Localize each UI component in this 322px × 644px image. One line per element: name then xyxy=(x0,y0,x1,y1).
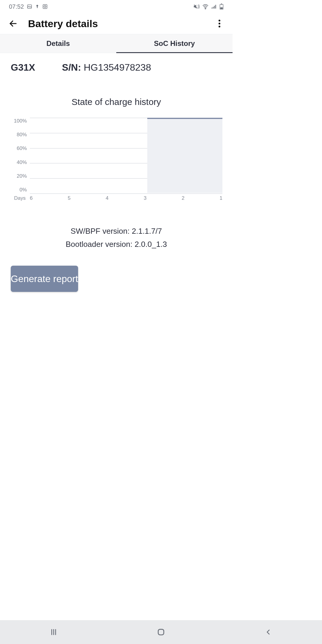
status-time: 07:52 xyxy=(9,3,24,10)
battery-icon xyxy=(219,4,224,10)
status-bar: 07:52 xyxy=(0,0,233,13)
sw-version-label: SW/BPF version: xyxy=(71,227,130,236)
version-info: SW/BPF version: 2.1.1.7/7 Bootloader ver… xyxy=(0,225,233,251)
back-button[interactable] xyxy=(7,18,19,30)
svg-rect-9 xyxy=(214,6,215,9)
more-options-button[interactable] xyxy=(213,18,225,30)
chart-section: State of charge history 100% 80% 60% 40%… xyxy=(0,73,233,204)
svg-point-6 xyxy=(205,8,206,9)
chart-plot-area[interactable] xyxy=(27,118,222,193)
x-tick: 6 xyxy=(30,195,32,201)
generate-report-button[interactable]: Generate report xyxy=(11,266,78,292)
bootloader-version-value: 2.0.0_1.3 xyxy=(134,240,167,249)
signal-icon xyxy=(211,4,217,9)
app-bar: Battery details xyxy=(0,13,233,34)
svg-rect-13 xyxy=(220,7,223,9)
device-serial: S/N: HG1354978238 xyxy=(62,62,151,73)
x-axis-row: Days 6 5 4 3 2 1 xyxy=(10,195,222,201)
x-tick: 4 xyxy=(106,195,109,201)
device-info: G31X S/N: HG1354978238 xyxy=(0,53,233,73)
tab-bar: Details SoC History xyxy=(0,34,233,53)
chart-area-fill xyxy=(147,118,222,193)
y-tick: 60% xyxy=(10,146,27,151)
device-model: G31X xyxy=(11,62,35,73)
svg-rect-12 xyxy=(221,4,222,4)
y-tick: 100% xyxy=(10,118,27,123)
serial-value: HG1354978238 xyxy=(84,62,151,73)
y-tick: 20% xyxy=(10,174,27,179)
lock-icon xyxy=(35,4,39,9)
tab-details-label: Details xyxy=(47,39,70,48)
y-tick: 40% xyxy=(10,160,27,165)
x-axis-ticks: 6 5 4 3 2 1 xyxy=(27,195,222,201)
x-tick: 1 xyxy=(219,195,222,201)
svg-rect-7 xyxy=(212,7,213,8)
page-title: Battery details xyxy=(28,18,205,30)
status-right xyxy=(193,4,224,10)
chart-title: State of charge history xyxy=(10,97,222,107)
more-vertical-icon xyxy=(218,19,221,28)
sw-version-value: 2.1.1.7/7 xyxy=(132,227,162,236)
svg-rect-2 xyxy=(37,6,38,8)
chart-gridline xyxy=(30,193,222,194)
bootloader-version-line: Bootloader version: 2.0.0_1.3 xyxy=(0,238,233,251)
bootloader-version-label: Bootloader version: xyxy=(66,240,132,249)
status-left: 07:52 xyxy=(9,3,48,10)
arrow-left-icon xyxy=(9,19,18,28)
svg-rect-10 xyxy=(215,5,216,9)
y-tick: 80% xyxy=(10,132,27,137)
x-tick: 3 xyxy=(144,195,146,201)
y-tick: 0% xyxy=(10,187,27,192)
chart-wrapper: 100% 80% 60% 40% 20% 0% Days 6 5 4 3 2 1 xyxy=(10,118,222,201)
x-tick: 5 xyxy=(68,195,70,201)
x-tick: 2 xyxy=(182,195,184,201)
wifi-icon xyxy=(202,4,209,9)
serial-label: S/N: xyxy=(62,62,81,73)
svg-point-16 xyxy=(219,23,220,24)
clock-icon xyxy=(42,4,48,9)
svg-point-1 xyxy=(36,5,38,7)
tab-soc-label: SoC History xyxy=(154,39,195,48)
y-axis-labels: 100% 80% 60% 40% 20% 0% xyxy=(10,118,27,192)
svg-point-17 xyxy=(219,26,220,27)
svg-point-15 xyxy=(219,20,220,21)
x-axis-label: Days xyxy=(10,195,27,201)
gallery-icon xyxy=(27,4,32,9)
tab-details[interactable]: Details xyxy=(0,34,116,53)
svg-rect-8 xyxy=(213,7,214,9)
tab-soc-history[interactable]: SoC History xyxy=(116,34,233,53)
generate-report-label: Generate report xyxy=(11,273,78,284)
mute-vibrate-icon xyxy=(193,4,200,9)
sw-version-line: SW/BPF version: 2.1.1.7/7 xyxy=(0,225,233,238)
